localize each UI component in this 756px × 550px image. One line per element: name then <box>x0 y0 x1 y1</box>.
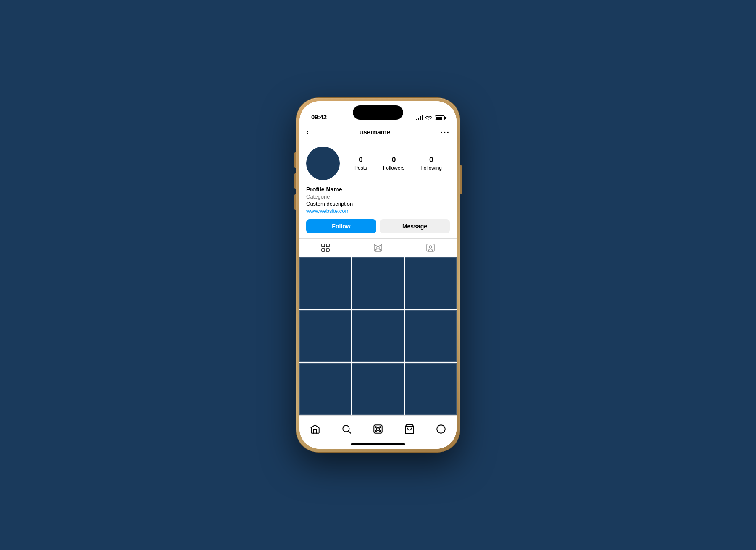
svg-point-6 <box>375 245 376 246</box>
svg-point-11 <box>429 246 432 248</box>
svg-rect-13 <box>374 425 382 433</box>
status-icons <box>416 115 445 120</box>
profile-username: username <box>359 128 390 136</box>
shop-icon <box>404 424 415 435</box>
grid-cell[interactable] <box>299 310 351 362</box>
svg-point-5 <box>377 246 379 249</box>
grid-icon <box>320 243 331 253</box>
svg-point-8 <box>375 249 376 250</box>
avatar <box>306 147 340 180</box>
profile-top: 0 Posts 0 Followers 0 Following <box>306 147 450 180</box>
nav-search[interactable] <box>337 420 356 438</box>
reels-icon <box>373 243 383 253</box>
svg-point-17 <box>375 431 376 432</box>
home-indicator <box>351 443 405 445</box>
tab-tagged[interactable] <box>404 239 457 257</box>
svg-rect-4 <box>374 244 382 251</box>
svg-point-16 <box>380 427 381 427</box>
profile-tabs <box>299 238 457 257</box>
message-button[interactable]: Message <box>380 219 450 233</box>
nav-profile[interactable] <box>432 420 450 438</box>
nav-reels[interactable] <box>369 420 387 438</box>
profile-info: Profile Name Categorie Custom descriptio… <box>306 186 450 214</box>
wifi-icon <box>425 115 432 120</box>
svg-rect-1 <box>326 244 329 247</box>
posts-count: 0 <box>359 156 362 164</box>
follow-button[interactable]: Follow <box>306 219 376 233</box>
tab-grid[interactable] <box>299 239 352 257</box>
stat-posts[interactable]: 0 Posts <box>354 156 367 171</box>
dynamic-island <box>353 105 403 120</box>
svg-point-12 <box>343 425 349 432</box>
status-time: 09:42 <box>311 113 327 120</box>
posts-label: Posts <box>354 165 367 171</box>
svg-rect-0 <box>322 244 325 247</box>
profile-category: Categorie <box>306 194 450 200</box>
svg-rect-3 <box>326 249 329 251</box>
grid-cell[interactable] <box>405 310 457 362</box>
grid-cell[interactable] <box>352 310 404 362</box>
profile-section: 0 Posts 0 Followers 0 Following <box>299 141 457 257</box>
stat-followers[interactable]: 0 Followers <box>383 156 404 171</box>
more-options-button[interactable]: ··· <box>440 128 450 137</box>
grid-cell[interactable] <box>299 363 351 415</box>
stat-following[interactable]: 0 Following <box>420 156 442 171</box>
nav-home[interactable] <box>306 420 324 438</box>
profile-website[interactable]: www.website.com <box>306 208 450 214</box>
svg-point-20 <box>437 425 445 433</box>
profile-name: Profile Name <box>306 186 450 193</box>
tab-reels[interactable] <box>352 239 404 257</box>
status-bar: 09:42 <box>299 101 457 123</box>
battery-icon <box>435 115 445 120</box>
svg-rect-2 <box>322 249 325 251</box>
grid-cell[interactable] <box>299 257 351 309</box>
grid-cell[interactable] <box>405 363 457 415</box>
action-buttons: Follow Message <box>306 219 450 233</box>
profile-icon <box>436 424 446 435</box>
followers-label: Followers <box>383 165 404 171</box>
home-icon <box>310 424 320 435</box>
grid-cell[interactable] <box>352 257 404 309</box>
following-count: 0 <box>429 156 433 164</box>
svg-point-7 <box>380 245 381 246</box>
svg-point-18 <box>380 431 381 432</box>
stats-row: 0 Posts 0 Followers 0 Following <box>346 156 450 171</box>
signal-icon <box>416 115 423 120</box>
search-icon <box>341 424 352 435</box>
svg-point-9 <box>380 249 381 250</box>
back-button[interactable]: ‹ <box>306 128 309 137</box>
posts-grid <box>299 257 457 415</box>
svg-point-14 <box>377 428 380 431</box>
grid-cell[interactable] <box>352 363 404 415</box>
phone-screen: 09:42 ‹ username ··· <box>299 101 457 449</box>
phone-frame: 09:42 ‹ username ··· <box>296 98 460 452</box>
nav-header: ‹ username ··· <box>299 123 457 141</box>
scroll-content: 0 Posts 0 Followers 0 Following <box>299 141 457 415</box>
tagged-icon <box>425 243 436 253</box>
followers-count: 0 <box>392 156 396 164</box>
profile-description: Custom description <box>306 201 450 207</box>
reels-nav-icon <box>373 424 383 435</box>
svg-rect-10 <box>427 244 434 251</box>
nav-shop[interactable] <box>400 420 419 438</box>
grid-cell[interactable] <box>405 257 457 309</box>
svg-point-15 <box>375 427 376 427</box>
following-label: Following <box>420 165 442 171</box>
